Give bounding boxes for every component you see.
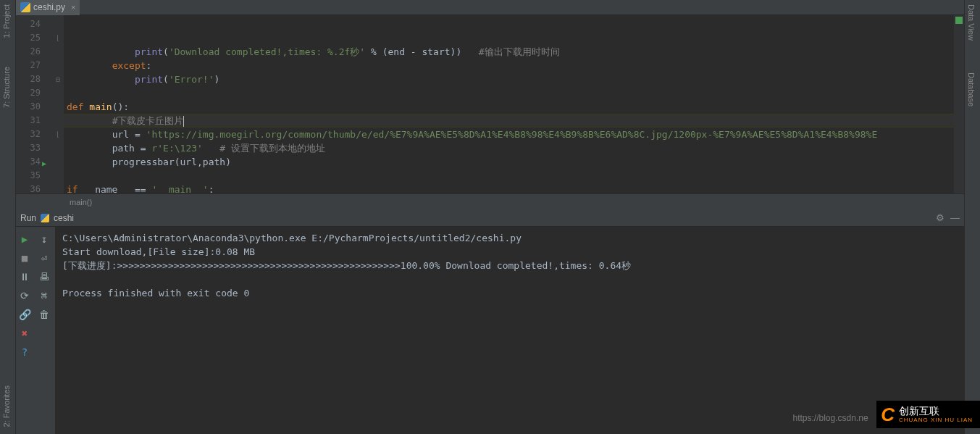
run-panel-header: Run ceshi ⚙ —	[16, 209, 964, 227]
run-toolbar: ▶ ↧ ■ ⏎ ⏸ 🖶 ⟳ ⌘ 🔗 🗑 ✖ ?	[16, 227, 55, 434]
sidebar-tab-structure[interactable]: 7: Structure	[2, 67, 11, 108]
sidebar-tab-project[interactable]: 1: Project	[2, 4, 11, 38]
run-panel-title: Run	[20, 213, 36, 223]
watermark: https://blog.csdn.ne C 创新互联 CHUANG XIN H…	[793, 401, 981, 428]
rerun-button[interactable]: ▶	[17, 231, 33, 247]
watermark-url: https://blog.csdn.ne	[793, 413, 868, 423]
restart-button[interactable]: ⟳	[17, 288, 33, 304]
sidebar-tab-database[interactable]: Database	[967, 72, 976, 107]
scroll-to-end-button[interactable]: ↧	[36, 231, 52, 247]
help-button[interactable]: ?	[17, 344, 33, 360]
file-tab-label: ceshi.py	[33, 2, 65, 12]
logo-c-icon: C	[881, 404, 895, 426]
stop-button[interactable]: ■	[17, 250, 33, 266]
settings-icon[interactable]: ⚙	[936, 212, 945, 223]
analysis-ok-icon	[955, 17, 963, 24]
code-editor[interactable]: 24252627282930313233▶343536 ⌊⊟⌊ print('D…	[16, 15, 964, 207]
code-area[interactable]: print('Download completed!,times: %.2f秒'…	[64, 15, 954, 207]
right-tool-strip: Data View Database	[964, 0, 980, 434]
file-tab-active[interactable]: ceshi.py ×	[16, 0, 80, 15]
editor-tab-bar: ceshi.py ×	[16, 0, 964, 15]
pause-button[interactable]: ⏸	[17, 269, 33, 285]
toggle-soft-wrap-button[interactable]: ⏎	[36, 250, 52, 266]
error-stripe[interactable]	[954, 15, 964, 207]
python-file-icon	[20, 2, 30, 12]
breadcrumb[interactable]: main()	[16, 193, 964, 209]
minimize-icon[interactable]: —	[950, 212, 960, 223]
print-button[interactable]: 🖶	[36, 269, 52, 285]
run-config-name[interactable]: ceshi	[54, 213, 74, 223]
left-tool-strip: 1: Project 7: Structure 2: Favorites	[0, 0, 16, 434]
python-icon	[41, 214, 49, 222]
fold-column[interactable]: ⌊⊟⌊	[52, 15, 64, 207]
sidebar-tab-favorites[interactable]: 2: Favorites	[2, 385, 11, 427]
attach-button[interactable]: 🔗	[17, 306, 33, 322]
sidebar-tab-dataview[interactable]: Data View	[967, 4, 976, 41]
watermark-logo: C 创新互联 CHUANG XIN HU LIAN	[876, 401, 980, 428]
close-run-button[interactable]: ✖	[17, 325, 33, 341]
show-cmdline-button[interactable]: ⌘	[36, 288, 52, 304]
watermark-brand: 创新互联	[899, 406, 973, 417]
line-number-gutter: 24252627282930313233▶343536	[16, 15, 52, 207]
watermark-sub: CHUANG XIN HU LIAN	[899, 417, 973, 423]
clear-button[interactable]: 🗑	[36, 306, 52, 322]
close-tab-icon[interactable]: ×	[68, 3, 75, 12]
